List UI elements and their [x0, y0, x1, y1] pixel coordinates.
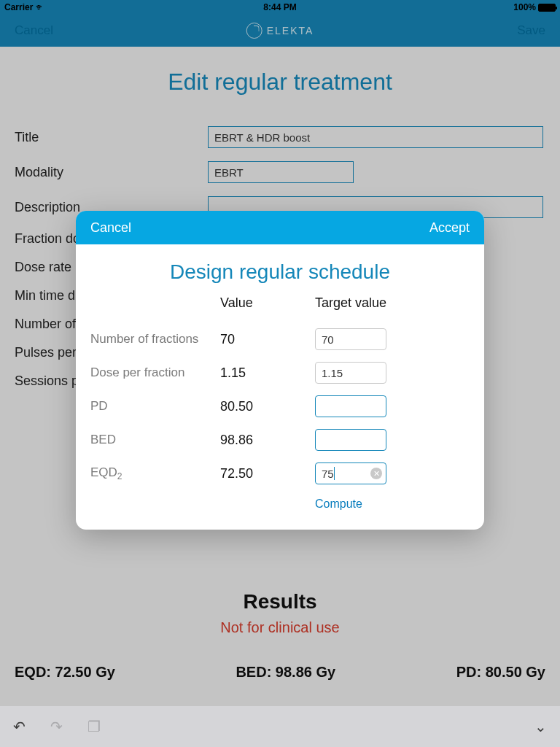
- row-dose-per-fraction: Dose per fraction 1.15: [90, 356, 470, 390]
- target-fractions-input[interactable]: [315, 328, 386, 350]
- compute-button[interactable]: Compute: [315, 498, 470, 511]
- modal-header: Cancel Accept: [76, 211, 484, 244]
- value-bed: 98.86: [220, 433, 315, 448]
- col-header-target: Target value: [315, 295, 470, 311]
- label-bed: BED: [90, 433, 220, 447]
- target-bed-input[interactable]: [315, 429, 386, 451]
- modal-title: Design regular schedule: [76, 260, 484, 284]
- value-pd: 80.50: [220, 399, 315, 414]
- target-pd-input[interactable]: [315, 395, 386, 417]
- design-schedule-modal: Cancel Accept Design regular schedule Va…: [76, 211, 484, 530]
- redo-icon[interactable]: ↷: [50, 718, 63, 735]
- value-fractions: 70: [220, 332, 315, 347]
- text-caret: [334, 467, 335, 480]
- value-eqd2: 72.50: [220, 466, 315, 481]
- col-header-value: Value: [220, 295, 315, 311]
- clear-input-icon[interactable]: ✕: [370, 468, 382, 479]
- label-dose-per-fraction: Dose per fraction: [90, 365, 220, 380]
- row-eqd2: EQD2 72.50 ✕: [90, 457, 470, 490]
- row-pd: PD 80.50: [90, 390, 470, 423]
- modal-cancel-button[interactable]: Cancel: [90, 220, 131, 236]
- modal-accept-button[interactable]: Accept: [429, 220, 470, 236]
- label-pd: PD: [90, 399, 220, 414]
- label-fractions: Number of fractions: [90, 332, 220, 347]
- value-dose-per-fraction: 1.15: [220, 365, 315, 381]
- target-dose-per-fraction-input[interactable]: [315, 362, 386, 384]
- label-eqd2: EQD2: [90, 465, 220, 481]
- keyboard-toolbar: ↶ ↷ ❐ ⌄: [0, 706, 560, 747]
- undo-icon[interactable]: ↶: [13, 718, 26, 735]
- row-bed: BED 98.86: [90, 423, 470, 457]
- clipboard-icon[interactable]: ❐: [88, 718, 101, 735]
- row-fractions: Number of fractions 70: [90, 322, 470, 356]
- dismiss-keyboard-icon[interactable]: ⌄: [534, 718, 547, 735]
